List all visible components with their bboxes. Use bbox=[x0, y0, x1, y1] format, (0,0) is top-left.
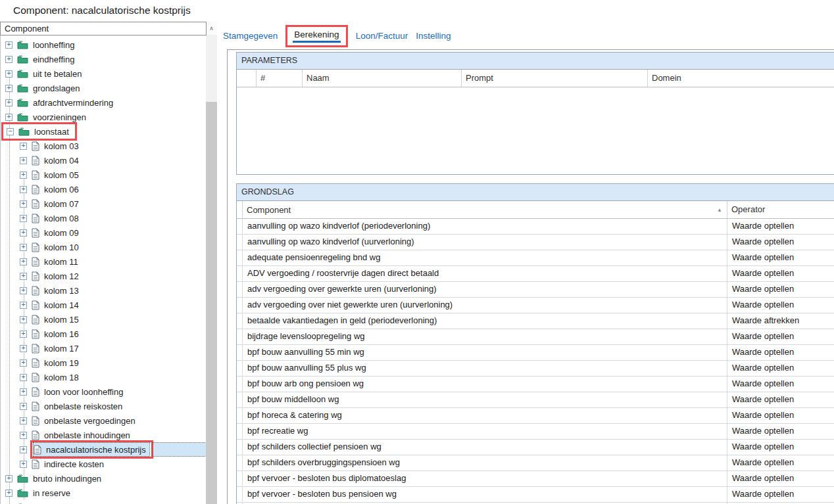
tree-item-kolom-04[interactable]: +kolom 04 bbox=[1, 153, 206, 168]
expand-icon[interactable]: + bbox=[20, 316, 27, 323]
tree-item-indirecte-kosten[interactable]: +indirecte kosten bbox=[1, 457, 206, 471]
tree-item-label: loon voor loonheffing bbox=[43, 386, 126, 398]
table-row[interactable]: bpf schilders overbruggingspensioen wgWa… bbox=[237, 455, 834, 471]
expand-icon[interactable]: + bbox=[20, 345, 27, 352]
tree-item-bruto-inhoudingen[interactable]: +bruto inhoudingen bbox=[1, 471, 206, 486]
tree-item-onbelaste-reiskosten[interactable]: +onbelaste reiskosten bbox=[1, 399, 206, 413]
tree-item-kolom-09[interactable]: +kolom 09 bbox=[1, 225, 206, 240]
expand-icon[interactable]: + bbox=[20, 388, 27, 396]
table-row[interactable]: bpf bouw middelloon wgWaarde optellen bbox=[237, 392, 834, 408]
expand-icon[interactable]: + bbox=[20, 143, 27, 150]
expand-icon[interactable]: + bbox=[20, 287, 27, 294]
table-row[interactable]: adv vergoeding over gewerkte uren (uurve… bbox=[237, 282, 834, 298]
document-icon bbox=[32, 358, 39, 368]
tree-item-kolom-05[interactable]: +kolom 05 bbox=[1, 168, 206, 182]
tree-scrollbar[interactable]: ∧ bbox=[206, 22, 217, 504]
expand-icon[interactable]: + bbox=[5, 114, 12, 121]
tree-item-afdrachtvermindering[interactable]: +afdrachtvermindering bbox=[1, 95, 206, 110]
tree-item-kolom-15[interactable]: +kolom 15 bbox=[1, 312, 206, 327]
column-header-component[interactable]: Component▲ bbox=[243, 201, 727, 218]
expand-icon[interactable]: + bbox=[5, 41, 12, 49]
column-header-operator[interactable]: Operator bbox=[727, 201, 834, 218]
tree-item-kolom-18[interactable]: +kolom 18 bbox=[1, 370, 206, 384]
expand-icon[interactable]: + bbox=[5, 70, 12, 78]
tab-berekening[interactable]: Berekening bbox=[285, 25, 347, 47]
expand-icon[interactable]: + bbox=[20, 215, 27, 222]
tree-item-kolom-12[interactable]: +kolom 12 bbox=[1, 269, 206, 283]
expand-icon[interactable]: + bbox=[20, 186, 27, 193]
tree-item-in-reserve[interactable]: +in reserve bbox=[1, 486, 206, 500]
expand-icon[interactable]: + bbox=[20, 331, 27, 338]
table-row[interactable]: bpf horeca & catering wgWaarde optellen bbox=[237, 408, 834, 424]
tree-item-eindheffing[interactable]: +eindheffing bbox=[1, 52, 206, 66]
tree-item-kolom-06[interactable]: +kolom 06 bbox=[1, 182, 206, 196]
table-row[interactable]: aanvulling op wazo kindverlof (uurverlon… bbox=[237, 235, 834, 250]
tree-item-kolom-13[interactable]: +kolom 13 bbox=[1, 283, 206, 298]
expand-icon[interactable]: + bbox=[20, 258, 27, 265]
tab-loon-factuur[interactable]: Loon/Factuur bbox=[356, 31, 408, 41]
document-icon bbox=[32, 387, 39, 397]
parameters-header-row: #NaamPromptDomein bbox=[237, 70, 834, 87]
tree-item-kolom-03[interactable]: +kolom 03 bbox=[1, 139, 206, 153]
table-row[interactable]: bpf vervoer - besloten bus diplomatoesla… bbox=[237, 471, 834, 487]
expand-icon[interactable]: + bbox=[20, 244, 27, 251]
expand-icon[interactable]: + bbox=[20, 417, 27, 424]
expand-icon[interactable]: + bbox=[20, 446, 27, 453]
tree-item-loon-voor-loonheffing[interactable]: +loon voor loonheffing bbox=[1, 384, 206, 399]
expand-icon[interactable]: + bbox=[20, 200, 27, 208]
tree-item-kolom-14[interactable]: +kolom 14 bbox=[1, 298, 206, 312]
expand-icon[interactable]: + bbox=[20, 302, 27, 309]
collapse-icon[interactable]: − bbox=[7, 128, 14, 135]
tree-item-onbelaste-vergoedingen[interactable]: +onbelaste vergoedingen bbox=[1, 413, 206, 428]
expand-icon[interactable]: + bbox=[5, 56, 12, 63]
tree-item-kolom-07[interactable]: +kolom 07 bbox=[1, 196, 206, 211]
tree-item-kolom-08[interactable]: +kolom 08 bbox=[1, 211, 206, 225]
expand-icon[interactable]: + bbox=[20, 432, 27, 439]
table-row[interactable]: adv vergoeding over niet gewerkte uren (… bbox=[237, 298, 834, 313]
table-row[interactable]: aanvulling op wazo kindverlof (periodeve… bbox=[237, 219, 834, 235]
tree-item-loonstaat[interactable]: −loonstaat bbox=[1, 124, 206, 139]
table-row[interactable]: betaalde vakantiedagen in geld (periodev… bbox=[237, 313, 834, 329]
column-header-domein[interactable]: Domein bbox=[648, 70, 834, 87]
expand-icon[interactable]: + bbox=[20, 229, 27, 237]
table-row[interactable]: bpf schilders collectief pensioen wgWaar… bbox=[237, 440, 834, 455]
expand-icon[interactable]: + bbox=[5, 490, 12, 497]
column-header-prompt[interactable]: Prompt bbox=[462, 70, 648, 87]
scroll-up-button[interactable]: ∧ bbox=[206, 22, 217, 35]
expand-icon[interactable]: + bbox=[20, 273, 27, 280]
table-row[interactable]: bpf vervoer - besloten bus pensioen wgWa… bbox=[237, 487, 834, 503]
tree-item-grondslagen[interactable]: +grondslagen bbox=[1, 81, 206, 95]
table-row[interactable]: bpf recreatie wgWaarde optellen bbox=[237, 424, 834, 440]
table-row[interactable]: bpf bouw arb ong pensioen wgWaarde optel… bbox=[237, 377, 834, 392]
tree-item-kolom-16[interactable]: +kolom 16 bbox=[1, 327, 206, 341]
column-header-naam[interactable]: Naam bbox=[303, 70, 462, 87]
expand-icon[interactable]: + bbox=[20, 157, 27, 164]
column-header-item[interactable]: # bbox=[257, 70, 303, 87]
expand-icon[interactable]: + bbox=[20, 359, 27, 367]
table-row[interactable]: ADV vergoeding / roostervrije dagen dire… bbox=[237, 266, 834, 282]
tree-item-item[interactable]: + bbox=[1, 500, 206, 504]
tree-item-label: eindheffing bbox=[32, 54, 78, 65]
tree-item-loonheffing[interactable]: +loonheffing bbox=[1, 37, 206, 52]
tree-item-uit-te-betalen[interactable]: +uit te betalen bbox=[1, 66, 206, 81]
expand-icon[interactable]: + bbox=[20, 374, 27, 381]
expand-icon[interactable]: + bbox=[20, 461, 27, 468]
expand-icon[interactable]: + bbox=[20, 172, 27, 179]
table-row[interactable]: bijdrage levensloopregeling wgWaarde opt… bbox=[237, 329, 834, 345]
tree-item-nacalculatorische-kostprijs[interactable]: +nacalculatorische kostprijs bbox=[1, 442, 206, 457]
tab-stamgegeven[interactable]: Stamgegeven bbox=[223, 31, 278, 41]
table-row[interactable]: adequate pensioenregeling bnd wgWaarde o… bbox=[237, 250, 834, 266]
expand-icon[interactable]: + bbox=[5, 475, 12, 482]
tree-item-kolom-11[interactable]: +kolom 11 bbox=[1, 254, 206, 269]
tree-item-kolom-17[interactable]: +kolom 17 bbox=[1, 341, 206, 355]
expand-icon[interactable]: + bbox=[5, 99, 12, 106]
expand-icon[interactable]: + bbox=[20, 403, 27, 410]
table-row[interactable]: bpf bouw aanvulling 55 min wgWaarde opte… bbox=[237, 345, 834, 361]
row-selector-cell bbox=[237, 424, 243, 439]
tree-item-kolom-19[interactable]: +kolom 19 bbox=[1, 355, 206, 370]
tree-item-kolom-10[interactable]: +kolom 10 bbox=[1, 240, 206, 254]
tab-instelling[interactable]: Instelling bbox=[416, 31, 451, 41]
expand-icon[interactable]: + bbox=[5, 85, 12, 92]
table-row[interactable]: bpf bouw aanvulling 55 plus wgWaarde opt… bbox=[237, 361, 834, 377]
tree-scrollbar-thumb[interactable] bbox=[206, 102, 217, 504]
